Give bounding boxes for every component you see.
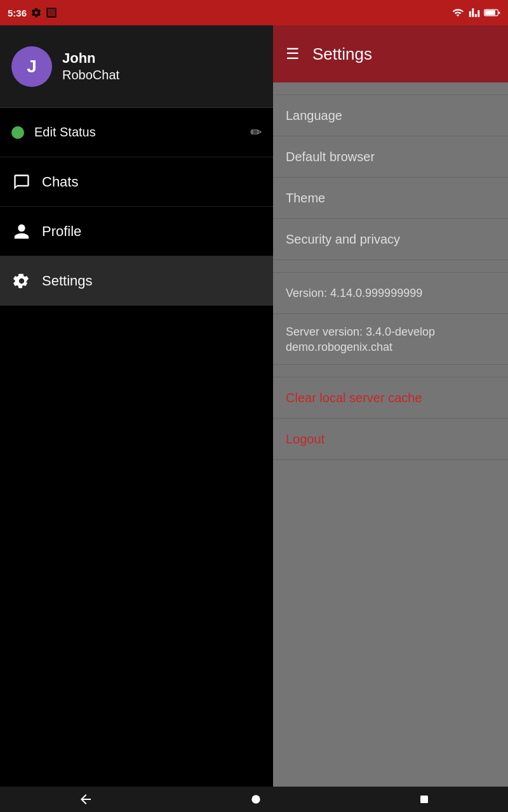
status-dot-online	[11, 126, 24, 139]
theme-label: Theme	[286, 191, 325, 206]
action-spacer	[273, 365, 508, 377]
security-label: Security and privacy	[286, 232, 400, 247]
avatar-initial: J	[27, 56, 37, 77]
svg-rect-1	[485, 10, 495, 15]
settings-item-default-browser[interactable]: Default browser	[273, 136, 508, 178]
edit-status-row[interactable]: Edit Status ✏	[0, 108, 273, 157]
section-spacer-1	[273, 260, 508, 273]
settings-title: Settings	[312, 44, 372, 64]
wifi-icon	[451, 7, 465, 18]
profile-icon	[11, 221, 32, 242]
edit-pencil-icon[interactable]: ✏	[250, 124, 262, 141]
recents-button[interactable]	[418, 794, 430, 805]
recents-icon	[418, 794, 430, 805]
settings-top-spacer	[273, 82, 508, 95]
svg-point-3	[251, 795, 260, 803]
sidebar-item-chats[interactable]: Chats	[0, 157, 273, 207]
bottom-nav	[0, 787, 508, 812]
settings-bottom-fill	[273, 460, 508, 787]
settings-panel: ☰ Settings Language Default browser Them…	[273, 25, 508, 787]
server-version-item: Server version: 3.4.0-develop demo.robog…	[273, 314, 508, 365]
profile-label: Profile	[42, 223, 81, 240]
status-time: 5:36	[8, 7, 57, 18]
status-icons	[451, 7, 500, 18]
main-layout: J John RoboChat Edit Status ✏ Chats Pr	[0, 25, 508, 787]
settings-nav-label: Settings	[42, 273, 93, 289]
hamburger-icon[interactable]: ☰	[286, 45, 300, 63]
time-display: 5:36	[8, 8, 27, 18]
edit-status-label: Edit Status	[34, 125, 250, 140]
settings-header: ☰ Settings	[273, 25, 508, 82]
user-info: John RoboChat	[62, 50, 119, 82]
settings-icon	[11, 271, 32, 291]
sidebar: J John RoboChat Edit Status ✏ Chats Pr	[0, 25, 273, 787]
battery-icon	[484, 8, 500, 18]
settings-item-security[interactable]: Security and privacy	[273, 219, 508, 260]
username-label: John	[62, 50, 119, 67]
settings-status-icon	[30, 7, 42, 18]
back-button[interactable]	[78, 792, 93, 807]
server-version-text: Server version: 3.4.0-develop	[286, 324, 495, 340]
sidebar-item-profile[interactable]: Profile	[0, 207, 273, 256]
avatar: J	[11, 46, 52, 87]
version-item: Version: 4.14.0.999999999	[273, 273, 508, 314]
clear-cache-item[interactable]: Clear local server cache	[273, 377, 508, 419]
home-icon	[250, 793, 262, 806]
clear-cache-label: Clear local server cache	[286, 391, 422, 405]
server-domain-text: demo.robogenix.chat	[286, 341, 495, 354]
sidebar-item-settings[interactable]: Settings	[0, 256, 273, 306]
app-name-label: RoboChat	[62, 67, 119, 82]
signal-icon	[469, 7, 480, 18]
svg-rect-4	[420, 796, 428, 803]
version-text: Version: 4.14.0.999999999	[286, 287, 422, 300]
default-browser-label: Default browser	[286, 150, 375, 164]
home-button[interactable]	[250, 793, 262, 806]
svg-rect-2	[498, 11, 500, 13]
language-label: Language	[286, 108, 342, 123]
sim-icon	[46, 7, 57, 18]
settings-item-theme[interactable]: Theme	[273, 178, 508, 219]
logout-label: Logout	[286, 432, 324, 447]
settings-item-language[interactable]: Language	[273, 95, 508, 136]
logout-item[interactable]: Logout	[273, 419, 508, 460]
status-bar: 5:36	[0, 0, 508, 25]
sidebar-header: J John RoboChat	[0, 25, 273, 108]
back-icon	[78, 792, 93, 807]
chat-icon	[11, 172, 32, 192]
chats-label: Chats	[42, 174, 78, 190]
